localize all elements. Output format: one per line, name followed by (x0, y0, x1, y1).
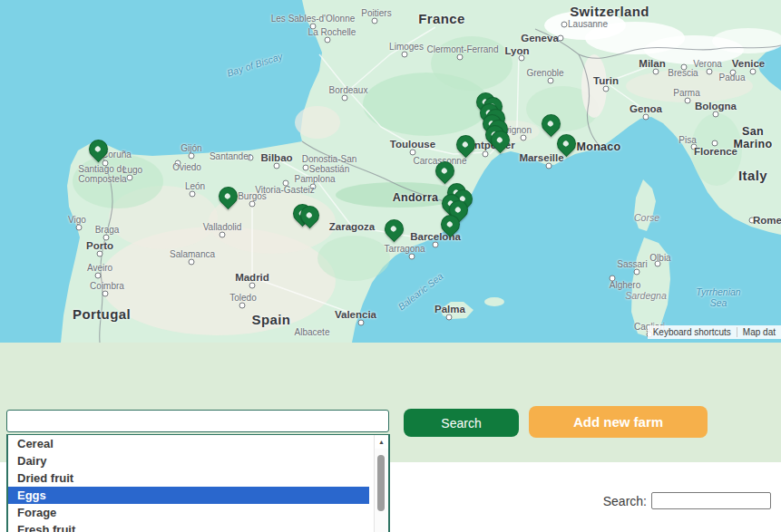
product-option-forage[interactable]: Forage (8, 504, 369, 521)
scrollbar-thumb[interactable] (377, 455, 385, 511)
product-type-dropdown-list: CerealDairyDried fruitEggsForageFresh fr… (6, 434, 390, 532)
table-search-label: Search: (570, 494, 647, 508)
product-option-cereal[interactable]: Cereal (8, 435, 369, 452)
product-option-eggs[interactable]: Eggs (8, 487, 369, 504)
product-options: CerealDairyDried fruitEggsForageFresh fr… (8, 435, 388, 532)
map-canvas[interactable]: FranceSwitzerlandSpainPortugalItalyAndor… (0, 0, 781, 343)
keyboard-shortcuts-link[interactable]: Keyboard shortcuts (648, 327, 737, 337)
product-option-dairy[interactable]: Dairy (8, 452, 369, 469)
map-data-attribution[interactable]: Map dat (737, 327, 781, 337)
map-attribution: Keyboard shortcuts Map dat (648, 325, 781, 339)
search-button[interactable]: Search (404, 409, 519, 437)
map-terrain (0, 0, 781, 343)
scroll-up-icon[interactable]: ▲ (375, 436, 388, 449)
product-option-dried-fruit[interactable]: Dried fruit (8, 469, 369, 487)
table-search-input[interactable] (651, 492, 771, 509)
product-option-fresh-fruit[interactable]: Fresh fruit (8, 521, 369, 532)
dropdown-scrollbar[interactable]: ▲ (374, 435, 388, 532)
product-type-input[interactable] (6, 410, 389, 432)
add-new-farm-button[interactable]: Add new farm (529, 406, 708, 438)
